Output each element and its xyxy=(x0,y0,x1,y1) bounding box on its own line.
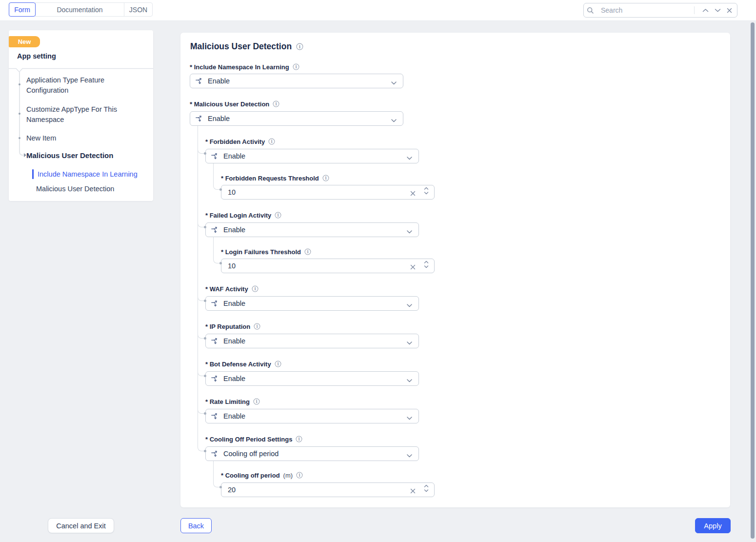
info-icon[interactable]: i xyxy=(296,436,302,442)
chevron-down-icon[interactable] xyxy=(715,8,721,13)
input-value: 20 xyxy=(228,486,236,494)
svg-text:i: i xyxy=(257,324,258,329)
label-text: * Login Failures Threshold xyxy=(221,248,301,256)
sidebar-heading: App setting xyxy=(17,52,56,60)
field-label-failed-login-activity: * Failed Login Activity i xyxy=(205,211,281,219)
info-icon[interactable]: i xyxy=(253,398,260,405)
close-icon[interactable] xyxy=(727,8,732,13)
label-text: * Rate Limiting xyxy=(205,398,250,405)
input-value: 10 xyxy=(228,262,236,270)
sidebar-subitem-malicious-user-detection[interactable]: Malicious User Detection xyxy=(36,185,114,193)
select-value: Enable xyxy=(208,115,230,122)
form-panel: Malicious User Detection i * Include Nam… xyxy=(180,33,730,507)
select-bot-defense-activity[interactable]: Enable xyxy=(205,371,419,386)
select-include-namespace-in-learning[interactable]: Enable xyxy=(190,74,403,88)
label-text: * Bot Defense Activity xyxy=(205,361,271,368)
search-icon xyxy=(587,7,594,14)
tab-form[interactable]: Form xyxy=(9,2,36,17)
connector-dot xyxy=(204,450,206,452)
search-box[interactable]: Search xyxy=(583,3,737,18)
info-icon[interactable]: i xyxy=(254,323,260,330)
tab-documentation[interactable]: Documentation xyxy=(36,3,124,16)
info-icon[interactable]: i xyxy=(304,248,311,255)
info-icon[interactable]: i xyxy=(268,138,275,145)
field-label-bot-defense-activity: * Bot Defense Activity i xyxy=(205,360,281,368)
field-label-rate-limiting: * Rate Limiting i xyxy=(205,398,260,405)
sidebar-subitem-include-namespace-in-learning[interactable]: Include Namespace In Learning xyxy=(38,170,138,178)
select-ip-reputation[interactable]: Enable xyxy=(205,334,419,348)
select-value: Cooling off period xyxy=(223,450,279,458)
clear-icon[interactable] xyxy=(410,487,416,496)
chevron-down-icon xyxy=(406,451,413,460)
field-label-forbidden-activity: * Forbidden Activity i xyxy=(205,138,275,145)
field-label-malicious-user-detection: * Malicious User Detection i xyxy=(190,100,279,108)
number-stepper[interactable] xyxy=(424,261,429,268)
select-rate-limiting[interactable]: Enable xyxy=(205,409,419,423)
info-icon[interactable]: i xyxy=(275,212,281,219)
one-of-branch-icon xyxy=(211,375,219,382)
page-title-text: Malicious User Detection xyxy=(190,41,292,52)
back-button[interactable]: Back xyxy=(180,518,212,533)
info-icon[interactable]: i xyxy=(275,361,281,367)
input-cooling-off-period[interactable]: 20 xyxy=(221,482,435,497)
tree-connector xyxy=(213,461,221,487)
label-text: * Cooling Off Period Settings xyxy=(205,436,292,443)
vertical-scrollbar[interactable] xyxy=(751,22,755,539)
chevron-down-icon xyxy=(406,154,413,162)
number-stepper[interactable] xyxy=(424,187,429,195)
chevron-down-icon xyxy=(406,301,413,310)
one-of-branch-icon xyxy=(195,77,203,85)
info-icon[interactable]: i xyxy=(296,472,303,479)
tree-connector xyxy=(213,163,221,190)
sidebar-item-customize-apptype[interactable]: Customize AppType For This Namespace xyxy=(26,104,148,125)
sidebar-divider xyxy=(9,66,153,75)
connector-dot xyxy=(219,188,222,191)
sidebar-tree-corner xyxy=(19,149,23,156)
svg-text:i: i xyxy=(325,176,326,181)
chevron-down-icon xyxy=(406,227,413,236)
input-forbidden-requests-threshold[interactable]: 10 xyxy=(221,185,435,200)
info-icon[interactable]: i xyxy=(322,175,329,181)
page-title: Malicious User Detection i xyxy=(190,41,303,52)
svg-text:i: i xyxy=(278,213,279,218)
select-failed-login-activity[interactable]: Enable xyxy=(205,222,419,237)
connector-dot xyxy=(204,375,206,377)
one-of-branch-icon xyxy=(195,115,203,122)
bullet-icon xyxy=(19,83,20,85)
select-forbidden-activity[interactable]: Enable xyxy=(205,149,419,163)
select-malicious-user-detection[interactable]: Enable xyxy=(190,111,403,126)
number-stepper[interactable] xyxy=(424,484,429,492)
cancel-and-exit-button[interactable]: Cancel and Exit xyxy=(48,518,114,533)
chevron-up-icon[interactable] xyxy=(702,8,709,13)
select-value: Enable xyxy=(223,412,245,420)
info-icon[interactable]: i xyxy=(296,43,303,50)
label-text: * Forbidden Activity xyxy=(205,138,265,145)
connector-dot xyxy=(204,300,206,302)
search-input[interactable]: Search xyxy=(601,6,694,14)
svg-text:i: i xyxy=(307,249,308,254)
clear-icon[interactable] xyxy=(410,189,416,198)
tab-json[interactable]: JSON xyxy=(124,3,152,16)
sidebar-item-new-item[interactable]: New Item xyxy=(26,133,148,143)
apply-button[interactable]: Apply xyxy=(695,518,731,533)
input-login-failures-threshold[interactable]: 10 xyxy=(221,259,435,273)
sidebar-item-malicious-user-detection[interactable]: Malicious User Detection xyxy=(26,151,113,160)
label-text: * Failed Login Activity xyxy=(205,212,271,219)
clear-icon[interactable] xyxy=(410,263,416,272)
one-of-branch-icon xyxy=(211,450,219,458)
label-text: * Malicious User Detection xyxy=(190,100,269,108)
svg-text:i: i xyxy=(271,139,273,144)
select-value: Enable xyxy=(223,337,245,345)
select-waf-activity[interactable]: Enable xyxy=(205,296,419,311)
tree-connector xyxy=(198,126,205,451)
select-cooling-off-period-settings[interactable]: Cooling off period xyxy=(205,446,419,461)
info-icon[interactable]: i xyxy=(293,63,299,70)
one-of-branch-icon xyxy=(211,152,219,160)
label-text: * Forbidden Requests Threshold xyxy=(221,175,319,182)
field-label-ip-reputation: * IP Reputation i xyxy=(205,322,260,330)
info-icon[interactable]: i xyxy=(252,285,259,292)
sidebar-item-application-type-feature-configuration[interactable]: Application Type Feature Configuration xyxy=(26,75,148,96)
info-icon[interactable]: i xyxy=(273,100,279,107)
one-of-branch-icon xyxy=(211,337,219,345)
connector-dot xyxy=(204,412,206,415)
